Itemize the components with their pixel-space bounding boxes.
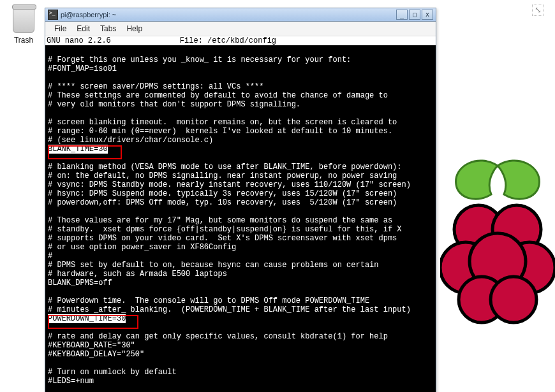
trash-label: Trash	[13, 36, 34, 45]
file-line: # Turn on numlock by default	[48, 368, 433, 377]
file-line	[48, 287, 433, 296]
menu-edit[interactable]: Edit	[71, 23, 95, 34]
file-line: # Powerdown time. The console will go to…	[48, 296, 433, 305]
close-button[interactable]: x	[422, 10, 433, 20]
file-line: # or use option power_saver in XF86Confi…	[48, 243, 433, 252]
file-line: # rate and delay can get only specific v…	[48, 332, 433, 341]
file-line	[48, 207, 433, 216]
file-line	[48, 323, 433, 332]
file-line	[48, 154, 433, 163]
terminal-app-icon	[48, 10, 58, 20]
file-line: # Forget this one unless you _know_ it i…	[48, 55, 433, 64]
maximize-button[interactable]: □	[409, 10, 420, 20]
file-line	[48, 359, 433, 368]
file-line: #FONT_MAP=iso01	[48, 64, 433, 73]
trash-icon	[13, 8, 34, 33]
file-line: # **** screen saver/DPMS settings: all V…	[48, 82, 433, 91]
terminal-window: pi@raspberrypi: ~ _ □ x File Edit Tabs H…	[45, 8, 436, 392]
terminal-content[interactable]: GNU nano 2.2.6 File: /etc/kbd/config # F…	[45, 36, 436, 392]
file-line: # Those values are for my 17" Mag, but s…	[48, 216, 433, 225]
nano-file-label: File: /etc/kbd/config	[179, 36, 278, 45]
file-line: # screen blanking timeout. monitor remai…	[48, 118, 433, 127]
file-line: # range: 0-60 min (0==never) kernels I'v…	[48, 127, 433, 136]
nano-version: GNU nano 2.2.6	[45, 36, 112, 45]
file-line: # on: the default, no DPMS signalling. n…	[48, 171, 433, 180]
file-line: POWERDOWN_TIME=30	[48, 314, 433, 323]
desktop: Trash ⤡ pi@raspberrypi: ~ _ □ x File Edi	[0, 0, 555, 392]
file-line: #	[48, 252, 433, 261]
file-line: #KEYBOARD_RATE="30"	[48, 341, 433, 350]
window-titlebar[interactable]: pi@raspberrypi: ~ _ □ x	[45, 8, 436, 22]
file-line: #LEDS=+num	[48, 377, 433, 386]
file-line: # minutes _after_ blanking. (POWERDOWN_T…	[48, 305, 433, 314]
menubar: File Edit Tabs Help	[45, 22, 436, 36]
expand-icon[interactable]: ⤡	[532, 4, 544, 16]
file-line: # supports DPMS on your video card. Set …	[48, 234, 433, 243]
window-title: pi@raspberrypi: ~	[61, 11, 116, 18]
menu-help[interactable]: Help	[121, 23, 147, 34]
minimize-button[interactable]: _	[396, 10, 408, 20]
file-line: # These settings are commented by defaul…	[48, 91, 433, 100]
file-line: BLANK_TIME=30	[48, 145, 433, 154]
file-line	[48, 109, 433, 118]
file-line: # vsync: DPMS Standby mode. nearly insta…	[48, 180, 433, 189]
file-line: # DPMS set by default to on, because hsy…	[48, 261, 433, 270]
file-line: # hsync: DPMS Suspend mode. typically 3s…	[48, 189, 433, 198]
file-line: # powerdown,off: DPMS Off mode, typ. 10s…	[48, 198, 433, 207]
file-line	[48, 47, 433, 55]
file-line: # blanking method (VESA DPMS mode to use…	[48, 163, 433, 171]
menu-tabs[interactable]: Tabs	[95, 23, 121, 34]
trash-desktop-icon[interactable]: Trash	[13, 8, 34, 45]
file-line	[48, 73, 433, 82]
file-line: # very old monitors that don't support D…	[48, 100, 433, 109]
file-line: BLANK_DPMS=off	[48, 279, 433, 287]
raspberry-pi-logo	[440, 159, 555, 325]
nano-body[interactable]: # Forget this one unless you _know_ it i…	[45, 45, 436, 387]
file-line: # standby. xset dpms force {off|standby|…	[48, 225, 433, 234]
nano-header: GNU nano 2.2.6 File: /etc/kbd/config	[45, 36, 436, 45]
file-line: #KEYBOARD_DELAY="250"	[48, 350, 433, 359]
file-line: # (see linux/drivers/char/console.c)	[48, 136, 433, 145]
file-line: # hardware, such as Armada E500 laptops	[48, 270, 433, 279]
menu-file[interactable]: File	[49, 23, 71, 34]
svg-point-6	[491, 277, 536, 323]
